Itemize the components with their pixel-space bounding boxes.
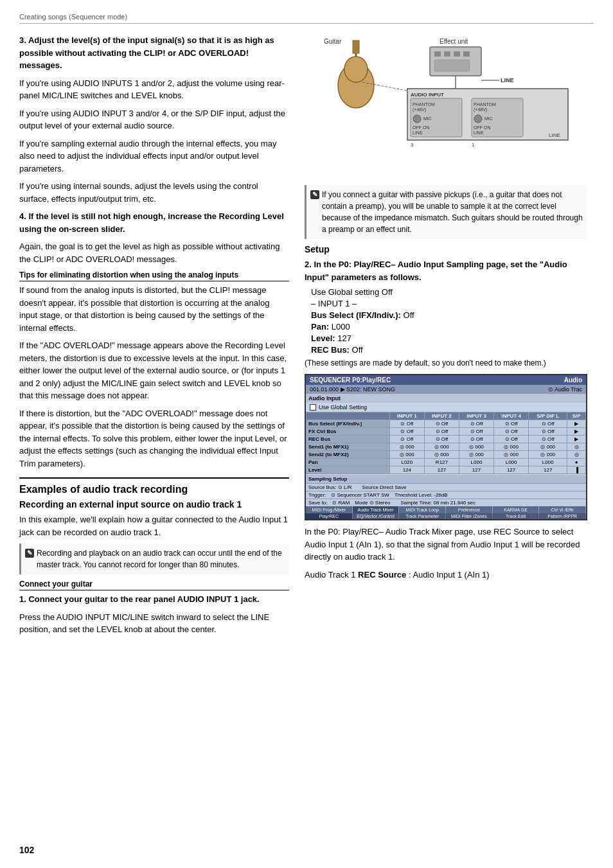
seq-send1-c3[interactable]: ◎ 000 (459, 443, 493, 451)
seq-send1-c5[interactable]: ◎ 000 (529, 443, 567, 451)
seq-send2-c6[interactable]: ◎ (567, 451, 586, 459)
seq-fxctrl-c4[interactable]: ⊙ Off (494, 428, 529, 436)
setup-rec-bus-value: Off (352, 345, 363, 355)
seq-func-eq[interactable]: EQ/Vector /Control (353, 513, 400, 519)
seq-send2-c2[interactable]: ◎ 000 (424, 451, 459, 459)
seq-row-busselect-label: Bus Select (IFX/Indiv.) (306, 420, 390, 428)
seq-level-c3[interactable]: 127 (459, 466, 493, 474)
seq-recbus-c4[interactable]: ⊙ Off (494, 436, 529, 443)
seq-table: INPUT 1 INPUT 2 INPUT 3 INPUT 4 S/P DIF … (306, 412, 586, 474)
seq-fxctrl-c2[interactable]: ⊙ Off (424, 428, 459, 436)
setup-bus-select: Bus Select (IFX/Indiv.): Off (311, 310, 587, 320)
seq-table-body: Bus Select (IFX/Indiv.) ⊙ Off ⊙ Off ⊙ Of… (306, 420, 586, 474)
seq-tab-midi[interactable]: MIDI Prog /Mixer (306, 506, 353, 513)
seq-level-c1[interactable]: 124 (389, 466, 424, 474)
setup-rec-bus-label: REC Bus: (311, 345, 350, 355)
seq-pan-c1[interactable]: L020 (389, 459, 424, 466)
step3-p2: If you're using AUDIO INPUT 3 and/or 4, … (19, 107, 289, 132)
setup-heading: Setup (305, 244, 587, 254)
seq-info-right: ⊙ Audio Trac (548, 386, 582, 393)
note-text-right: If you connect a guitar with passive pic… (322, 189, 583, 235)
seq-global-checkbox[interactable] (310, 404, 316, 411)
svg-text:MIC: MIC (423, 116, 432, 121)
sequencer-screenshot: SEQUENCER P0:Play/REC Audio 001.01.000 ▶… (305, 374, 587, 520)
seq-busselect-c4[interactable]: ⊙ Off (494, 420, 529, 428)
connect-step1-p1: Press the AUDIO INPUT MIC/LINE switch in… (19, 611, 289, 636)
seq-tab-miditracks[interactable]: MIDI Track Loop (399, 506, 446, 513)
seq-tab-pref[interactable]: Preference (446, 506, 493, 513)
seq-busselect-c6[interactable]: ▶ (567, 420, 586, 428)
seq-fxctrl-c3[interactable]: ⊙ Off (459, 428, 493, 436)
seq-busselect-c1[interactable]: ⊙ Off (389, 420, 424, 428)
step3-p3: If you're sampling external audio throug… (19, 137, 289, 175)
seq-send1-c1[interactable]: ◎ 000 (389, 443, 424, 451)
seq-func-midifilter[interactable]: MIDI Filter /Zones (446, 513, 493, 519)
setup-pan-label: Pan: (311, 322, 329, 332)
seq-fxctrl-c1[interactable]: ⊙ Off (389, 428, 424, 436)
seq-send2-c5[interactable]: ◎ 000 (529, 451, 567, 459)
seq-tab-ctrl[interactable]: Ctrl Vi /Effe (539, 506, 586, 513)
setup-note: (These settings are made by default, so … (305, 357, 587, 369)
seq-fxctrl-c6[interactable]: ▶ (567, 428, 586, 436)
seq-pan-c6[interactable]: ● (567, 459, 586, 466)
seq-fxctrl-c5[interactable]: ⊙ Off (529, 428, 567, 436)
svg-text:LINE: LINE (549, 132, 560, 138)
note-icon-right: ✎ (310, 190, 319, 199)
seq-send2-c3[interactable]: ◎ 000 (459, 451, 493, 459)
seq-busselect-c3[interactable]: ⊙ Off (459, 420, 493, 428)
recording-title: Recording an external input source on au… (19, 499, 289, 509)
seq-col-input1: INPUT 1 (389, 412, 424, 420)
svg-point-28 (474, 115, 482, 123)
seq-busselect-c5[interactable]: ⊙ Off (529, 420, 567, 428)
seq-func-track[interactable]: Track Parameter (399, 513, 446, 519)
examples-section: Examples of audio track recording Record… (19, 477, 289, 636)
seq-trigger-val[interactable]: ⊙ Sequencer START SW (331, 492, 389, 498)
connect-step1-bold: 1. Connect your guitar to the rear panel… (19, 593, 289, 606)
seq-pan-c5[interactable]: L000 (529, 459, 567, 466)
setup-use-global: Use Global setting Off (311, 287, 587, 297)
seq-busselect-c2[interactable]: ⊙ Off (424, 420, 459, 428)
seq-level-c4[interactable]: 127 (494, 466, 529, 474)
seq-tab-karma[interactable]: KARMA GE (493, 506, 540, 513)
svg-rect-8 (434, 51, 441, 57)
setup-level: Level: 127 (311, 333, 587, 343)
seq-level-c6[interactable]: ▐ (567, 466, 586, 474)
seq-row-fxctrl: FX Ctrl Bus ⊙ Off ⊙ Off ⊙ Off ⊙ Off ⊙ Of… (306, 428, 586, 436)
seq-recbus-c2[interactable]: ⊙ Off (424, 436, 459, 443)
right-bottom-p2-prefix: Audio Track 1 (305, 570, 358, 580)
seq-source-note: Source Direct Save (362, 484, 406, 490)
seq-row-send2: Send2 (to MFX2) ◎ 000 ◎ 000 ◎ 000 ◎ 000 … (306, 451, 586, 459)
seq-mode: Mode ⊙ Stereo (355, 500, 390, 506)
seq-level-c2[interactable]: 127 (424, 466, 459, 474)
seq-send2-c1[interactable]: ◎ 000 (389, 451, 424, 459)
seq-recbus-c6[interactable]: ▶ (567, 436, 586, 443)
step3-bold: 3. Adjust the level(s) of the input sign… (19, 35, 274, 70)
seq-send1-c4[interactable]: ◎ 000 (494, 443, 529, 451)
seq-info-left: 001.01.000 ▶ S202: NEW SONG (310, 386, 395, 393)
seq-level-c5[interactable]: 127 (529, 466, 567, 474)
seq-pan-c3[interactable]: L000 (459, 459, 493, 466)
seq-func-playrec[interactable]: Play/REC (306, 513, 353, 519)
right-bottom-p1-text: In the P0: Play/REC– Audio Track Mixer p… (305, 527, 580, 562)
seq-func-trackedit[interactable]: Track Edit (493, 513, 540, 519)
seq-recbus-c5[interactable]: ⊙ Off (529, 436, 567, 443)
seq-save-val[interactable]: ⊙ RAM (332, 500, 350, 506)
seq-recbus-c1[interactable]: ⊙ Off (389, 436, 424, 443)
seq-pan-c4[interactable]: L000 (494, 459, 529, 466)
seq-send1-c6[interactable]: ◎ (567, 443, 586, 451)
note-icon-1: ✎ (25, 549, 34, 558)
seq-send2-c4[interactable]: ◎ 000 (494, 451, 529, 459)
seq-func-pattern[interactable]: Pattern /RPPR (539, 513, 586, 519)
svg-rect-10 (454, 51, 460, 57)
setup-bus-select-label: Bus Select (IFX/Indiv.): (311, 310, 401, 320)
tips-p3: If there is distortion, but the "ADC OVE… (19, 407, 289, 470)
svg-text:LINE: LINE (413, 130, 423, 135)
seq-col-input2: INPUT 2 (424, 412, 459, 420)
seq-send1-c2[interactable]: ◎ 000 (424, 443, 459, 451)
seq-tab-audio[interactable]: Audio Track Mixer (353, 506, 400, 513)
right-bottom-p2-bold: REC Source (358, 570, 406, 580)
seq-row-level-label: Level (306, 466, 390, 474)
seq-recbus-c3[interactable]: ⊙ Off (459, 436, 493, 443)
seq-titlebar: SEQUENCER P0:Play/REC Audio (306, 375, 586, 385)
seq-pan-c2[interactable]: R127 (424, 459, 459, 466)
